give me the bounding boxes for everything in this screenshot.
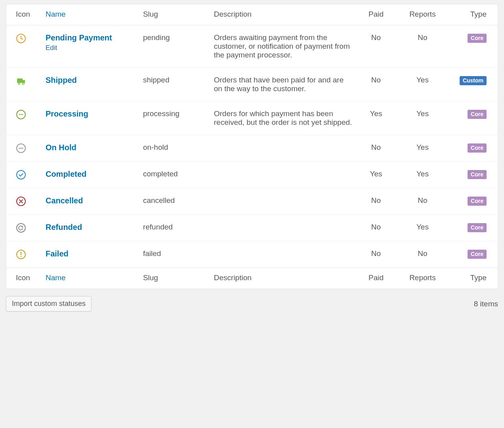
status-type: Core xyxy=(449,188,498,215)
table-row: FailedfailedNoNoCore xyxy=(6,241,498,268)
status-type: Core xyxy=(449,241,498,268)
status-description xyxy=(210,188,356,215)
status-name-link[interactable]: On Hold xyxy=(46,143,76,152)
status-name-cell: Processing xyxy=(42,101,139,135)
status-description: Orders for which payment has been receiv… xyxy=(210,101,356,135)
status-paid: Yes xyxy=(356,162,396,188)
status-reports: Yes xyxy=(396,162,449,188)
status-slug: pending xyxy=(139,25,210,68)
status-paid: No xyxy=(356,68,396,101)
status-description: Orders awaiting payment from the custome… xyxy=(210,25,356,68)
status-type: Core xyxy=(449,135,498,162)
table-header-row: Icon Name Slug Description Paid Reports … xyxy=(6,4,498,25)
status-type: Core xyxy=(449,25,498,68)
status-name-cell: Pending PaymentEdit xyxy=(42,25,139,68)
table-row: On Holdon-holdNoYesCore xyxy=(6,135,498,162)
status-description xyxy=(210,162,356,188)
status-name-link[interactable]: Pending Payment xyxy=(46,33,112,42)
col-header-paid: Paid xyxy=(356,4,396,25)
table-row: Pending PaymentEditpendingOrders awaitin… xyxy=(6,25,498,68)
col-footer-name[interactable]: Name xyxy=(42,268,139,289)
svg-point-11 xyxy=(17,170,25,179)
check-icon xyxy=(6,162,42,188)
table-footer-row: Icon Name Slug Description Paid Reports … xyxy=(6,268,498,289)
status-slug: shipped xyxy=(139,68,210,101)
col-footer-description: Description xyxy=(210,268,356,289)
status-description xyxy=(210,215,356,241)
badge-core: Core xyxy=(468,250,487,259)
svg-point-3 xyxy=(18,83,20,84)
table-row: RefundedrefundedNoYesCore xyxy=(6,215,498,241)
status-name-link[interactable]: Completed xyxy=(46,170,86,178)
dots-icon xyxy=(6,101,42,135)
status-reports: No xyxy=(396,25,449,68)
clock-icon xyxy=(6,25,42,68)
status-reports: Yes xyxy=(396,101,449,135)
badge-core: Core xyxy=(468,197,487,206)
status-description xyxy=(210,135,356,162)
status-name-link[interactable]: Failed xyxy=(46,249,69,258)
table-row: ProcessingprocessingOrders for which pay… xyxy=(6,101,498,135)
status-slug: processing xyxy=(139,101,210,135)
col-header-icon: Icon xyxy=(6,4,42,25)
col-footer-slug: Slug xyxy=(139,268,210,289)
status-name-link[interactable]: Processing xyxy=(46,109,88,118)
status-reports: Yes xyxy=(396,135,449,162)
col-footer-paid: Paid xyxy=(356,268,396,289)
badge-core: Core xyxy=(468,34,487,43)
status-slug: cancelled xyxy=(139,188,210,215)
row-actions: Edit xyxy=(46,44,135,52)
col-header-description: Description xyxy=(210,4,356,25)
status-type: Custom xyxy=(449,68,498,101)
table-row: CancelledcancelledNoNoCore xyxy=(6,188,498,215)
status-slug: refunded xyxy=(139,215,210,241)
svg-point-7 xyxy=(21,114,22,115)
col-footer-type: Type xyxy=(449,268,498,289)
status-type: Core xyxy=(449,162,498,188)
status-name-link[interactable]: Cancelled xyxy=(46,196,83,205)
status-description xyxy=(210,241,356,268)
edit-link[interactable]: Edit xyxy=(46,44,57,52)
status-paid: No xyxy=(356,135,396,162)
status-name-cell: On Hold xyxy=(42,135,139,162)
status-table: Icon Name Slug Description Paid Reports … xyxy=(6,4,498,289)
col-header-type: Type xyxy=(449,4,498,25)
table-row: CompletedcompletedYesYesCore xyxy=(6,162,498,188)
status-slug: completed xyxy=(139,162,210,188)
svg-point-6 xyxy=(19,114,20,115)
col-header-name[interactable]: Name xyxy=(42,4,139,25)
svg-point-16 xyxy=(21,256,22,257)
status-reports: Yes xyxy=(396,215,449,241)
col-header-reports: Reports xyxy=(396,4,449,25)
svg-point-8 xyxy=(22,114,23,115)
status-paid: No xyxy=(356,188,396,215)
badge-core: Core xyxy=(468,170,487,179)
status-name-cell: Completed xyxy=(42,162,139,188)
svg-rect-2 xyxy=(23,80,25,83)
status-name-cell: Failed xyxy=(42,241,139,268)
svg-point-4 xyxy=(23,83,24,84)
col-footer-reports: Reports xyxy=(396,268,449,289)
import-custom-statuses-button[interactable]: Import custom statuses xyxy=(6,296,92,311)
status-name-link[interactable]: Refunded xyxy=(46,223,82,231)
svg-point-13 xyxy=(17,224,25,232)
status-slug: on-hold xyxy=(139,135,210,162)
status-reports: No xyxy=(396,188,449,215)
refund-icon xyxy=(6,215,42,241)
svg-rect-1 xyxy=(17,78,23,83)
col-footer-icon: Icon xyxy=(6,268,42,289)
badge-core: Core xyxy=(468,223,487,232)
badge-core: Core xyxy=(468,110,487,119)
col-header-slug: Slug xyxy=(139,4,210,25)
status-name-cell: Shipped xyxy=(42,68,139,101)
status-slug: failed xyxy=(139,241,210,268)
status-type: Core xyxy=(449,215,498,241)
status-paid: No xyxy=(356,241,396,268)
status-name-link[interactable]: Shipped xyxy=(46,76,77,84)
table-row: ShippedshippedOrders that have been paid… xyxy=(6,68,498,101)
status-paid: Yes xyxy=(356,101,396,135)
badge-core: Core xyxy=(468,143,487,153)
x-icon xyxy=(6,188,42,215)
status-reports: Yes xyxy=(396,68,449,101)
status-description: Orders that have been paid for and are o… xyxy=(210,68,356,101)
